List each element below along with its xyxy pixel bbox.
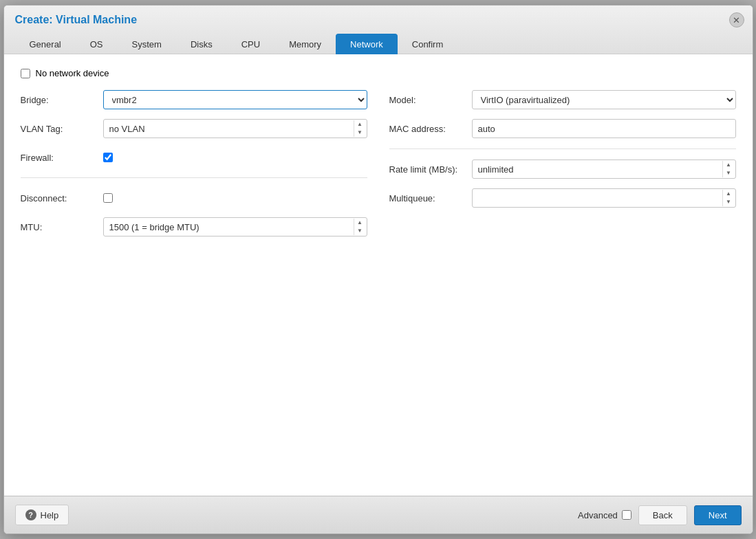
mtu-up-arrow[interactable]: ▲: [354, 219, 366, 227]
vlan-tag-down-arrow[interactable]: ▼: [354, 129, 366, 137]
disconnect-label: Disconnect:: [21, 193, 103, 204]
model-control: VirtIO (paravirtualized) e1000 rtl8139: [472, 90, 736, 109]
rate-limit-input[interactable]: unlimited: [472, 160, 736, 179]
no-network-device-row: No network device: [21, 68, 736, 78]
modal-body: No network device Bridge: vmbr2 vmbr0 vm…: [4, 54, 753, 496]
tab-general[interactable]: General: [15, 34, 76, 54]
left-col: Bridge: vmbr2 vmbr0 vmbr1 VLAN Tag:: [21, 89, 378, 245]
create-vm-modal: Create: Virtual Machine ✕ General OS Sys…: [3, 5, 753, 534]
help-button[interactable]: ? Help: [15, 505, 69, 525]
advanced-checkbox[interactable]: [622, 510, 631, 520]
mac-address-row: MAC address: auto: [389, 118, 736, 139]
multiqueue-row: Multiqueue: ▲ ▼: [389, 188, 736, 208]
firewall-row: Firewall:: [21, 147, 367, 168]
firewall-checkbox[interactable]: [103, 153, 113, 162]
vlan-tag-up-arrow[interactable]: ▲: [354, 120, 366, 129]
no-network-device-label: No network device: [36, 68, 109, 78]
bridge-select[interactable]: vmbr2 vmbr0 vmbr1: [103, 90, 367, 109]
mtu-spinner: ▲ ▼: [354, 219, 366, 235]
multiqueue-up-arrow[interactable]: ▲: [723, 190, 735, 198]
rate-limit-down-arrow[interactable]: ▼: [723, 169, 735, 177]
next-button[interactable]: Next: [694, 505, 742, 525]
bridge-row: Bridge: vmbr2 vmbr0 vmbr1: [21, 89, 367, 110]
multiqueue-input[interactable]: [472, 188, 736, 208]
form-grid: Bridge: vmbr2 vmbr0 vmbr1 VLAN Tag:: [21, 89, 736, 245]
help-label: Help: [41, 510, 59, 520]
advanced-label: Advanced: [578, 510, 631, 520]
model-row: Model: VirtIO (paravirtualized) e1000 rt…: [389, 89, 736, 110]
mtu-label: MTU:: [21, 222, 103, 232]
model-select[interactable]: VirtIO (paravirtualized) e1000 rtl8139: [472, 90, 736, 109]
bridge-label: Bridge:: [21, 95, 103, 105]
rate-limit-row: Rate limit (MB/s): unlimited ▲ ▼: [389, 159, 736, 179]
rate-limit-control: unlimited ▲ ▼: [472, 160, 736, 179]
tab-system[interactable]: System: [118, 34, 176, 54]
multiqueue-spinner: ▲ ▼: [722, 190, 735, 206]
tab-cpu[interactable]: CPU: [227, 34, 274, 54]
rate-limit-spinner: ▲ ▼: [722, 161, 735, 177]
footer-left: ? Help: [15, 505, 69, 525]
tab-disks[interactable]: Disks: [176, 34, 227, 54]
disconnect-control: [103, 193, 367, 203]
vlan-tag-input[interactable]: no VLAN: [103, 119, 367, 138]
tab-bar: General OS System Disks CPU Memory Netwo…: [15, 33, 742, 54]
right-col: Model: VirtIO (paravirtualized) e1000 rt…: [378, 89, 736, 245]
vlan-tag-spinner: ▲ ▼: [354, 120, 366, 137]
mac-address-input[interactable]: auto: [472, 119, 736, 138]
divider-right: [389, 148, 736, 149]
tab-network[interactable]: Network: [336, 34, 398, 54]
advanced-text: Advanced: [578, 510, 618, 520]
mac-address-label: MAC address:: [389, 124, 472, 134]
vlan-tag-row: VLAN Tag: no VLAN ▲ ▼: [21, 118, 367, 139]
help-icon: ?: [25, 509, 36, 520]
mtu-down-arrow[interactable]: ▼: [354, 227, 366, 235]
firewall-label: Firewall:: [21, 153, 103, 163]
tab-confirm[interactable]: Confirm: [398, 34, 458, 54]
divider-left: [21, 177, 367, 178]
disconnect-row: Disconnect:: [21, 188, 367, 208]
modal-footer: ? Help Advanced Back Next: [4, 496, 753, 534]
mtu-input[interactable]: 1500 (1 = bridge MTU): [103, 217, 367, 236]
modal-title: Create: Virtual Machine: [15, 12, 742, 26]
multiqueue-down-arrow[interactable]: ▼: [723, 198, 735, 206]
rate-limit-label: Rate limit (MB/s):: [389, 164, 472, 175]
model-label: Model:: [389, 95, 472, 105]
close-button[interactable]: ✕: [729, 12, 744, 28]
firewall-control: [103, 153, 367, 162]
back-button[interactable]: Back: [638, 505, 687, 525]
vlan-tag-label: VLAN Tag:: [21, 124, 103, 134]
no-network-device-checkbox[interactable]: [21, 69, 30, 78]
vlan-tag-control: no VLAN ▲ ▼: [103, 119, 367, 138]
rate-limit-up-arrow[interactable]: ▲: [723, 161, 735, 169]
multiqueue-label: Multiqueue:: [389, 193, 472, 204]
mac-address-control: auto: [472, 119, 736, 138]
tab-os[interactable]: OS: [76, 34, 118, 54]
modal-header: Create: Virtual Machine ✕ General OS Sys…: [4, 6, 753, 54]
disconnect-checkbox[interactable]: [103, 193, 113, 203]
tab-memory[interactable]: Memory: [274, 34, 336, 54]
bridge-control: vmbr2 vmbr0 vmbr1: [103, 90, 367, 109]
mtu-row: MTU: 1500 (1 = bridge MTU) ▲ ▼: [21, 217, 367, 237]
footer-right: Advanced Back Next: [578, 505, 741, 525]
mtu-control: 1500 (1 = bridge MTU) ▲ ▼: [103, 217, 367, 236]
multiqueue-control: ▲ ▼: [472, 188, 736, 208]
